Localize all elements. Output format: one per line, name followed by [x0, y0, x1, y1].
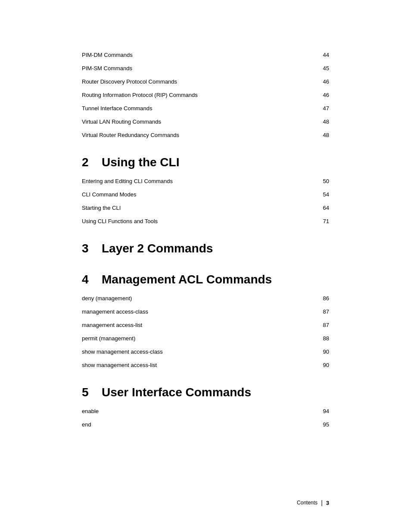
section-title: Layer 2 Commands — [102, 242, 213, 255]
toc-entry: Using CLI Functions and Tools 71 — [82, 218, 329, 224]
section-header: 2 Using the CLI — [82, 156, 329, 169]
entry-label: Using CLI Functions and Tools — [82, 218, 312, 224]
entry-page: 94 — [312, 408, 329, 414]
section-title: Using the CLI — [102, 156, 179, 169]
entry-page: 46 — [312, 78, 329, 85]
section-header: 3 Layer 2 Commands — [82, 242, 329, 255]
entry-page: 87 — [312, 308, 329, 315]
entry-label: Tunnel Interface Commands — [82, 105, 312, 112]
entry-label: Starting the CLI — [82, 205, 312, 211]
toc-entry: end 95 — [82, 421, 329, 428]
entry-label: management access-class — [82, 308, 312, 315]
subsection-entries: deny (management) 86 management access-c… — [82, 295, 329, 368]
entry-page: 86 — [312, 295, 329, 302]
toc-entry: Entering and Editing CLI Commands 50 — [82, 178, 329, 184]
toc-entry: Router Discovery Protocol Commands 46 — [82, 78, 329, 85]
toc-entry: show management access-class 90 — [82, 348, 329, 355]
toc-entry: Starting the CLI 64 — [82, 205, 329, 211]
subsection-entries: Entering and Editing CLI Commands 50 CLI… — [82, 178, 329, 224]
page: PIM-DM Commands 44 PIM-SM Commands 45 Ro… — [0, 0, 411, 532]
entry-page: 90 — [312, 362, 329, 368]
toc-entry: management access-list 87 — [82, 322, 329, 328]
entry-page: 88 — [312, 335, 329, 342]
entry-page: 95 — [312, 421, 329, 428]
entry-page: 46 — [312, 92, 329, 98]
toc-entry: PIM-DM Commands 44 — [82, 52, 329, 58]
entry-label: PIM-SM Commands — [82, 65, 312, 72]
entry-label: enable — [82, 408, 312, 414]
section-4: 4 Management ACL Commands deny (manageme… — [82, 273, 329, 368]
toc-entry: deny (management) 86 — [82, 295, 329, 302]
toc-entry: enable 94 — [82, 408, 329, 414]
section-number: 5 — [82, 386, 94, 399]
section-title: User Interface Commands — [102, 386, 251, 399]
entry-label: PIM-DM Commands — [82, 52, 312, 58]
entry-label: Virtual Router Redundancy Commands — [82, 132, 312, 138]
section-3: 3 Layer 2 Commands — [82, 242, 329, 255]
entry-page: 54 — [312, 191, 329, 198]
toc-entry: CLI Command Modes 54 — [82, 191, 329, 198]
entry-page: 45 — [312, 65, 329, 72]
entry-label: permit (management) — [82, 335, 312, 342]
entry-label: Router Discovery Protocol Commands — [82, 78, 312, 85]
entry-label: deny (management) — [82, 295, 312, 302]
entry-page: 90 — [312, 348, 329, 355]
entry-page: 50 — [312, 178, 329, 184]
entry-label: show management access-list — [82, 362, 312, 368]
toc-entry: show management access-list 90 — [82, 362, 329, 368]
footer-separator: | — [321, 499, 323, 506]
section-header: 4 Management ACL Commands — [82, 273, 329, 286]
entry-label: CLI Command Modes — [82, 191, 312, 198]
section-title: Management ACL Commands — [102, 273, 272, 286]
section-number: 4 — [82, 273, 94, 286]
footer-page: 3 — [326, 500, 329, 506]
entry-label: Routing Information Protocol (RIP) Comma… — [82, 92, 312, 98]
section-5: 5 User Interface Commands enable 94 end … — [82, 386, 329, 428]
entry-page: 48 — [312, 118, 329, 125]
sections-container: 2 Using the CLI Entering and Editing CLI… — [82, 156, 329, 428]
section-2: 2 Using the CLI Entering and Editing CLI… — [82, 156, 329, 224]
footer: Contents | 3 — [297, 499, 329, 506]
entry-page: 44 — [312, 52, 329, 58]
subsection-entries: enable 94 end 95 — [82, 408, 329, 428]
section-header: 5 User Interface Commands — [82, 386, 329, 399]
toc-entry: Routing Information Protocol (RIP) Comma… — [82, 92, 329, 98]
toc-entry: PIM-SM Commands 45 — [82, 65, 329, 72]
entry-label: Entering and Editing CLI Commands — [82, 178, 312, 184]
toc-entry: Virtual Router Redundancy Commands 48 — [82, 132, 329, 138]
entry-label: management access-list — [82, 322, 312, 328]
toc-entry: permit (management) 88 — [82, 335, 329, 342]
section-number: 3 — [82, 242, 94, 255]
initial-toc-entries: PIM-DM Commands 44 PIM-SM Commands 45 Ro… — [82, 52, 329, 138]
footer-label: Contents — [297, 500, 318, 506]
entry-label: end — [82, 421, 312, 428]
entry-label: show management access-class — [82, 348, 312, 355]
section-number: 2 — [82, 156, 94, 169]
toc-entry: Virtual LAN Routing Commands 48 — [82, 118, 329, 125]
toc-entry: management access-class 87 — [82, 308, 329, 315]
entry-label: Virtual LAN Routing Commands — [82, 118, 312, 125]
entry-page: 47 — [312, 105, 329, 112]
entry-page: 64 — [312, 205, 329, 211]
entry-page: 87 — [312, 322, 329, 328]
toc-entry: Tunnel Interface Commands 47 — [82, 105, 329, 112]
entry-page: 48 — [312, 132, 329, 138]
entry-page: 71 — [312, 218, 329, 224]
